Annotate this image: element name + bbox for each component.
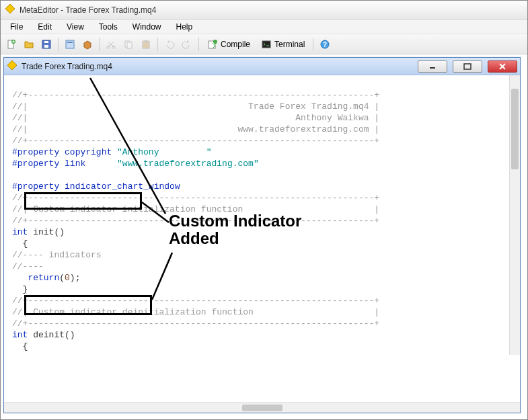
svg-rect-13 [145, 40, 147, 42]
menu-tools[interactable]: Tools [92, 21, 124, 33]
document-titlebar: Trade Forex Trading.mq4 [4, 58, 520, 75]
copy-button[interactable] [120, 36, 137, 52]
code-token: deinit [33, 330, 65, 340]
redo-button[interactable] [179, 36, 195, 52]
code-token: int [12, 330, 28, 340]
code-token: 0 [65, 273, 70, 283]
code-line: //+-------------------------------------… [12, 319, 379, 329]
svg-rect-6 [66, 40, 74, 48]
compile-label: Compile [221, 40, 250, 49]
code-line: //| www.tradeforextrading.com | [12, 124, 379, 134]
menubar: File Edit View Tools Window Help [1, 19, 527, 34]
cut-button[interactable] [103, 36, 119, 52]
menu-edit[interactable]: Edit [31, 21, 59, 33]
code-token: () [65, 330, 75, 340]
code-token: copyright [65, 147, 112, 157]
toolbar-separator [157, 38, 158, 51]
code-token: } [23, 284, 28, 294]
code-token: "Anthony " [117, 147, 211, 157]
toolbar-separator [198, 38, 199, 51]
document-title: Trade Forex Trading.mq4 [22, 62, 112, 71]
terminal-button[interactable]: Terminal [256, 36, 309, 52]
code-line: //| Custom indicator deinitialization fu… [12, 307, 379, 317]
menu-window[interactable]: Window [126, 21, 168, 33]
compile-button[interactable]: Compile [202, 36, 255, 52]
svg-point-15 [213, 40, 217, 44]
code-token: #property [12, 159, 59, 169]
code-token: ) [70, 273, 75, 283]
svg-rect-7 [67, 42, 73, 43]
help-button[interactable]: ? [317, 36, 333, 52]
code-token: link [65, 159, 85, 169]
code-token: "www.tradeforextrading.com" [117, 159, 259, 169]
maximize-button[interactable] [453, 60, 482, 73]
app-icon [5, 3, 15, 16]
code-line: //---- indicators [12, 250, 102, 260]
svg-rect-21 [464, 64, 471, 69]
close-button[interactable] [488, 60, 517, 73]
code-line: //| Anthony Waikwa | [12, 113, 379, 123]
code-editor[interactable]: //+-------------------------------------… [4, 75, 520, 402]
toolbar-separator [58, 38, 59, 51]
svg-rect-11 [127, 42, 132, 48]
svg-rect-16 [262, 41, 270, 48]
code-line: //| Custom indicator initialization func… [12, 204, 379, 214]
toolbar: Compile Terminal ? [1, 34, 527, 54]
app-title: MetaEditor - Trade Forex Trading.mq4 [20, 5, 156, 15]
toolbox-button[interactable] [79, 36, 96, 52]
code-token: indicator_chart_window [65, 181, 180, 192]
svg-rect-5 [44, 41, 48, 43]
workspace: Trade Forex Trading.mq4 //+-------------… [1, 54, 527, 419]
code-token: init [33, 227, 54, 237]
code-token: ; [75, 273, 81, 283]
code-line: //+-------------------------------------… [12, 90, 379, 100]
code-content[interactable]: //+-------------------------------------… [4, 75, 509, 355]
vertical-scrollbar[interactable] [509, 75, 520, 355]
save-button[interactable] [38, 36, 54, 52]
code-token: { [23, 341, 28, 351]
navigator-button[interactable] [62, 36, 78, 52]
horizontal-scrollbar[interactable] [4, 402, 520, 413]
minimize-button[interactable] [418, 60, 447, 73]
code-line: //| Trade Forex Trading.mq4 | [12, 101, 379, 112]
code-line: //+-------------------------------------… [12, 136, 379, 146]
code-token: #property [12, 181, 59, 192]
code-line: //+-------------------------------------… [12, 216, 379, 226]
code-token: #property [12, 147, 59, 157]
svg-marker-0 [5, 4, 15, 13]
paste-button[interactable] [138, 36, 154, 52]
code-token: int [12, 227, 28, 237]
toolbar-separator [313, 38, 313, 51]
toolbar-separator [99, 38, 100, 51]
svg-rect-4 [44, 45, 48, 48]
code-token: () [54, 227, 65, 237]
terminal-label: Terminal [274, 40, 305, 49]
undo-button[interactable] [161, 36, 178, 52]
menu-file[interactable]: File [3, 21, 30, 33]
new-file-button[interactable] [3, 36, 20, 52]
code-line: //---- [12, 261, 44, 271]
code-line: //+-------------------------------------… [12, 296, 379, 306]
menu-help[interactable]: Help [169, 21, 200, 33]
code-token: return [28, 273, 59, 283]
document-icon [7, 60, 17, 73]
open-file-button[interactable] [21, 36, 37, 52]
code-line: //+-------------------------------------… [12, 193, 379, 203]
svg-text:?: ? [323, 41, 327, 48]
menu-view[interactable]: View [60, 21, 91, 33]
code-token: ( [59, 273, 65, 283]
document-window: Trade Forex Trading.mq4 //+-------------… [3, 57, 521, 413]
code-token: { [23, 239, 28, 249]
svg-marker-19 [7, 60, 17, 70]
app-titlebar: MetaEditor - Trade Forex Trading.mq4 [1, 1, 527, 19]
